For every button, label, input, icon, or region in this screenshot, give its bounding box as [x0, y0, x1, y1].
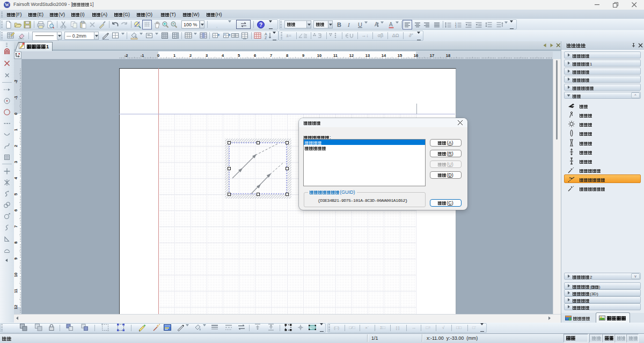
svg-text:4: 4 [14, 177, 18, 179]
svg-text:18: 18 [446, 53, 450, 58]
svg-text:W: W [5, 3, 9, 8]
svg-text:10: 10 [14, 273, 18, 277]
svg-text:-2: -2 [14, 80, 18, 84]
svg-text:17: 17 [430, 53, 434, 58]
svg-text:11: 11 [333, 53, 338, 58]
svg-text:12: 12 [349, 53, 354, 58]
svg-text:13: 13 [365, 53, 370, 58]
svg-text:0: 0 [14, 113, 18, 115]
svg-text:16: 16 [414, 53, 418, 58]
svg-text:A: A [389, 21, 393, 27]
svg-text:?: ? [259, 22, 262, 28]
svg-text:9: 9 [14, 258, 18, 260]
svg-text:1: 1 [173, 53, 175, 58]
svg-text:8: 8 [286, 53, 288, 58]
svg-text:8: 8 [14, 242, 18, 244]
svg-text:6: 6 [14, 209, 18, 211]
svg-text:1: 1 [14, 129, 18, 131]
svg-text:14: 14 [382, 53, 386, 58]
svg-text:2: 2 [14, 145, 18, 147]
svg-text:0: 0 [157, 53, 159, 58]
svg-text:3: 3 [455, 26, 457, 28]
svg-text:11: 11 [14, 289, 18, 293]
svg-text:4: 4 [222, 53, 224, 58]
svg-text:-2: -2 [125, 53, 128, 58]
svg-text:6: 6 [254, 53, 256, 58]
svg-text:2: 2 [189, 53, 192, 58]
svg-text:12: 12 [14, 305, 18, 309]
svg-text:15: 15 [398, 53, 402, 58]
svg-text:Z: Z [265, 36, 267, 40]
svg-text:5: 5 [238, 53, 240, 58]
svg-text:9: 9 [302, 53, 304, 58]
svg-text:-1: -1 [141, 53, 144, 58]
svg-text:5: 5 [14, 193, 18, 195]
svg-text:-1: -1 [14, 96, 18, 100]
svg-text:7: 7 [270, 53, 272, 58]
svg-text:10: 10 [317, 53, 321, 58]
svg-text:3: 3 [206, 53, 208, 58]
svg-text:3: 3 [14, 161, 18, 163]
svg-text:7: 7 [14, 225, 18, 228]
